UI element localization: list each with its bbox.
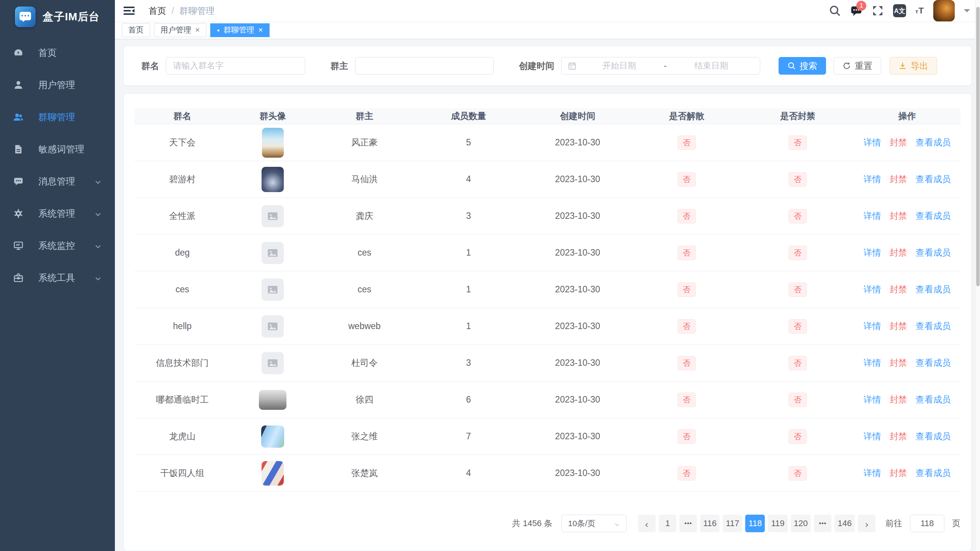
fullscreen-icon[interactable] xyxy=(872,5,884,17)
breadcrumb-home[interactable]: 首页 xyxy=(149,5,166,17)
sidebar-item-label: 用户管理 xyxy=(38,79,75,91)
tab-group-management[interactable]: ● 群聊管理 ✕ xyxy=(210,23,270,37)
next-page-button[interactable] xyxy=(858,515,875,532)
detail-link[interactable]: 详情 xyxy=(864,137,881,147)
ban-link[interactable]: 封禁 xyxy=(890,284,907,294)
sidebar-item-system-management[interactable]: 系统管理 xyxy=(0,197,115,230)
messages-icon[interactable]: 1 xyxy=(850,5,862,17)
font-size-icon[interactable]: тT xyxy=(915,6,924,16)
ban-link[interactable]: 封禁 xyxy=(890,174,907,184)
ellipsis-next-icon[interactable]: ••• xyxy=(814,515,831,532)
active-dot-icon: ● xyxy=(217,28,219,33)
dissolved-badge: 否 xyxy=(677,282,696,297)
view-members-link[interactable]: 查看成员 xyxy=(916,248,951,258)
start-date-placeholder: 开始日期 xyxy=(577,60,661,72)
view-members-link[interactable]: 查看成员 xyxy=(916,358,951,368)
detail-link[interactable]: 详情 xyxy=(864,395,881,404)
member-count: 1 xyxy=(414,284,524,295)
sidebar-item-system-monitor[interactable]: 系统监控 xyxy=(0,230,115,262)
ban-link[interactable]: 封禁 xyxy=(890,468,907,478)
ban-link[interactable]: 封禁 xyxy=(890,431,907,441)
sidebar-collapse-icon[interactable] xyxy=(123,4,136,17)
ban-link[interactable]: 封禁 xyxy=(890,321,907,331)
detail-link[interactable]: 详情 xyxy=(864,174,881,184)
toolbox-icon xyxy=(13,272,24,283)
date-separator: - xyxy=(661,61,669,71)
page-button-117[interactable]: 117 xyxy=(723,515,742,532)
group-owner: 风正豪 xyxy=(315,137,414,148)
group-owner: ces xyxy=(315,284,414,295)
caret-down-icon[interactable] xyxy=(964,9,970,15)
view-members-link[interactable]: 查看成员 xyxy=(916,395,951,404)
detail-link[interactable]: 详情 xyxy=(864,211,881,221)
sidebar-item-users[interactable]: 用户管理 xyxy=(0,69,115,101)
view-members-link[interactable]: 查看成员 xyxy=(916,137,951,147)
search-button[interactable]: 搜索 xyxy=(779,57,826,75)
chevron-down-icon xyxy=(94,178,102,185)
detail-link[interactable]: 详情 xyxy=(864,468,881,478)
page-button-118-active[interactable]: 118 xyxy=(745,515,765,532)
table-row: 天下会 风正豪 5 2023-10-30 否 否 详情封禁查看成员 xyxy=(134,124,960,161)
detail-link[interactable]: 详情 xyxy=(864,431,881,441)
search-icon[interactable] xyxy=(829,5,841,17)
ban-link[interactable]: 封禁 xyxy=(890,211,907,221)
dissolved-badge: 否 xyxy=(677,135,696,150)
ban-link[interactable]: 封禁 xyxy=(890,358,907,368)
avatar[interactable] xyxy=(933,0,955,21)
owner-input[interactable] xyxy=(355,57,494,75)
sidebar-item-home[interactable]: 首页 xyxy=(0,37,115,69)
ban-link[interactable]: 封禁 xyxy=(890,248,907,258)
page-button-116[interactable]: 116 xyxy=(700,515,720,532)
prev-page-button[interactable] xyxy=(638,515,656,532)
col-header-members: 成员数量 xyxy=(414,110,524,122)
ban-link[interactable]: 封禁 xyxy=(890,395,907,404)
translate-icon[interactable]: A文 xyxy=(893,4,906,17)
close-icon[interactable]: ✕ xyxy=(258,26,263,34)
ellipsis-prev-icon[interactable]: ••• xyxy=(679,515,697,532)
view-members-link[interactable]: 查看成员 xyxy=(916,431,951,441)
close-icon[interactable]: ✕ xyxy=(195,26,200,34)
group-name-input[interactable] xyxy=(166,57,305,75)
detail-link[interactable]: 详情 xyxy=(864,321,881,331)
chat-icon xyxy=(13,176,24,187)
page-button-1[interactable]: 1 xyxy=(659,515,676,532)
page-button-120[interactable]: 120 xyxy=(791,515,811,532)
logo-area[interactable]: 盒子IM后台 xyxy=(0,0,115,34)
detail-link[interactable]: 详情 xyxy=(864,284,881,294)
chevron-down-icon xyxy=(94,274,102,282)
tab-user-management[interactable]: 用户管理 ✕ xyxy=(154,23,206,37)
tab-home[interactable]: 首页 xyxy=(122,23,150,37)
table-row: 碧游村 马仙洪 4 2023-10-30 否 否 详情封禁查看成员 xyxy=(134,161,960,198)
view-members-link[interactable]: 查看成员 xyxy=(916,468,951,478)
date-range-input[interactable]: 开始日期 - 结束日期 xyxy=(561,57,760,75)
sidebar-item-sensitive-words[interactable]: 敏感词管理 xyxy=(0,133,115,165)
sidebar-item-system-tools[interactable]: 系统工具 xyxy=(0,262,115,294)
export-button[interactable]: 导出 xyxy=(890,57,937,75)
tab-label: 首页 xyxy=(128,25,144,35)
dissolved-badge: 否 xyxy=(677,356,696,370)
ban-link[interactable]: 封禁 xyxy=(890,137,907,147)
page-button-119[interactable]: 119 xyxy=(768,515,787,532)
page-size-select[interactable]: 10条/页 xyxy=(561,515,627,532)
pagination: 共 1456 条 10条/页 1 ••• 116 117 118 xyxy=(134,515,960,548)
view-members-link[interactable]: 查看成员 xyxy=(916,321,951,331)
sidebar-item-groups[interactable]: 群聊管理 xyxy=(0,101,115,133)
view-members-link[interactable]: 查看成员 xyxy=(916,284,951,294)
view-members-link[interactable]: 查看成员 xyxy=(916,211,951,221)
banned-badge: 否 xyxy=(789,282,807,297)
col-header-banned: 是否封禁 xyxy=(741,110,854,122)
sidebar-item-messages[interactable]: 消息管理 xyxy=(0,165,115,197)
page-size-value: 10条/页 xyxy=(568,518,595,529)
vertical-scrollbar[interactable] xyxy=(975,0,980,551)
group-name: 天下会 xyxy=(134,137,230,148)
reset-button[interactable]: 重置 xyxy=(834,57,881,75)
app-window: 盒子IM后台 首页 用户管理 群聊管理 xyxy=(0,0,980,551)
detail-link[interactable]: 详情 xyxy=(864,248,881,258)
created-time: 2023-10-30 xyxy=(524,431,632,442)
scrollbar-thumb[interactable] xyxy=(976,7,980,286)
detail-link[interactable]: 详情 xyxy=(864,358,881,368)
page-button-146[interactable]: 146 xyxy=(834,515,855,532)
sidebar-menu: 首页 用户管理 群聊管理 敏感词管理 xyxy=(0,37,115,294)
view-members-link[interactable]: 查看成员 xyxy=(916,174,951,184)
goto-page-input[interactable] xyxy=(910,515,944,532)
